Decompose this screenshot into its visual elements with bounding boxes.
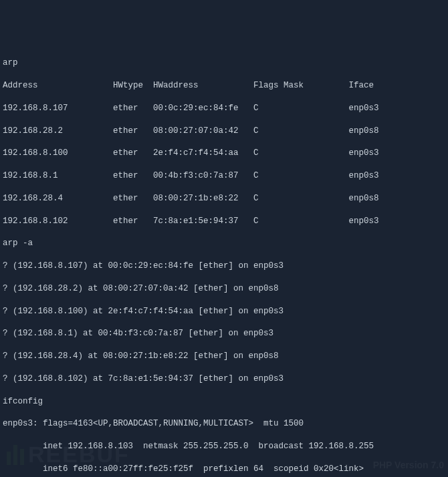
arp-a-line: ? (192.168.8.107) at 00:0c:29:ec:84:fe [… [3, 261, 445, 272]
ifconfig-line: inet 192.168.8.103 netmask 255.255.255.0… [3, 441, 445, 452]
terminal-output[interactable]: arp Address HWtype HWaddress Flags Mask … [3, 47, 445, 478]
arp-a-line: ? (192.168.8.1) at 00:4b:f3:c0:7a:87 [et… [3, 328, 445, 339]
ifconfig-line: enp0s3: flags=4163<UP,BROADCAST,RUNNING,… [3, 418, 445, 430]
arp-header: Address HWtype HWaddress Flags Mask Ifac… [3, 80, 445, 92]
arp-row: 192.168.28.2 ether 08:00:27:07:0a:42 C e… [3, 126, 445, 137]
arp-row: 192.168.8.100 ether 2e:f4:c7:f4:54:aa C … [3, 148, 445, 159]
arp-row: 192.168.28.4 ether 08:00:27:1b:e8:22 C e… [3, 193, 445, 204]
arp-a-line: ? (192.168.28.4) at 08:00:27:1b:e8:22 [e… [3, 351, 445, 362]
arp-row: 192.168.8.107 ether 00:0c:29:ec:84:fe C … [3, 103, 445, 114]
arp-row: 192.168.8.102 ether 7c:8a:e1:5e:94:37 C … [3, 216, 445, 227]
command-line: arp [3, 57, 445, 69]
ifconfig-line: inet6 fe80::a00:27ff:fe25:f25f prefixlen… [3, 464, 445, 475]
command-line: arp -a [3, 238, 445, 249]
arp-a-line: ? (192.168.8.102) at 7c:8a:e1:5e:94:37 [… [3, 373, 445, 385]
arp-row: 192.168.8.1 ether 00:4b:f3:c0:7a:87 C en… [3, 170, 445, 182]
arp-a-line: ? (192.168.28.2) at 08:00:27:07:0a:42 [e… [3, 283, 445, 295]
command-line: ifconfig [3, 396, 445, 408]
arp-a-line: ? (192.168.8.100) at 2e:f4:c7:f4:54:aa [… [3, 306, 445, 317]
